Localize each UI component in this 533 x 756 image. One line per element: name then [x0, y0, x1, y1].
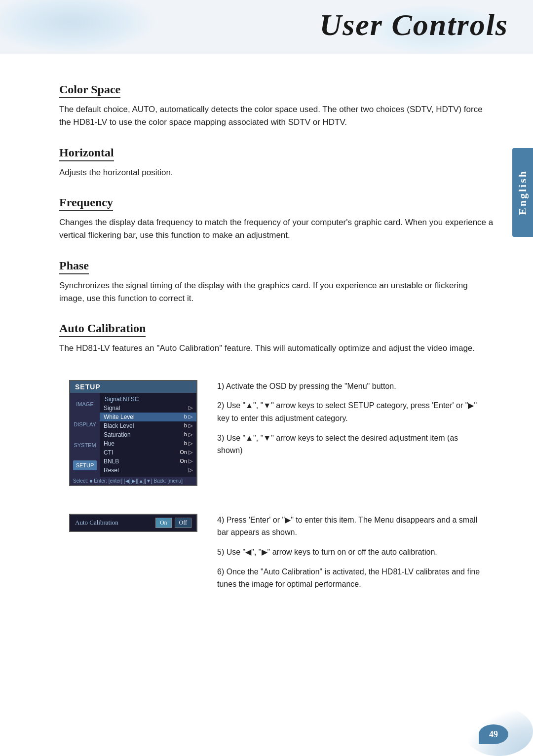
section-frequency: Frequency Changes the display data frequ… [59, 182, 494, 242]
auto-cal-bar: Auto Calibration On Off [69, 514, 197, 532]
osd-item-reset: Reset ▷ [100, 466, 196, 475]
osd-item-hue: Hue b ▷ [100, 439, 196, 448]
osd-item-value: b ▷ [184, 431, 192, 438]
page-header: User Controls [0, 0, 533, 54]
osd-item-saturation: Saturation b ▷ [100, 430, 196, 439]
step-2-text: 2) Use "▲", "▼" arrow keys to select SET… [217, 401, 477, 422]
osd-menu-title: SETUP [70, 381, 196, 393]
osd-item-value: ▷ [189, 467, 192, 474]
osd-bottom-bar: Select: ■ Enter: [enter] [◀][▶][▲][▼] Ba… [70, 477, 196, 485]
osd-item-value: b ▷ [184, 422, 192, 429]
step-1: 1) Activate the OSD by pressing the "Men… [217, 380, 484, 393]
osd-item-label: White Level [104, 414, 135, 420]
section-phase: Phase Synchronizes the signal timing of … [59, 245, 494, 305]
osd-diagram: SETUP IMAGE DISPLAY SYSTEM SETUP Signal:… [69, 380, 197, 496]
osd-section-upper: SETUP IMAGE DISPLAY SYSTEM SETUP Signal:… [59, 380, 494, 496]
auto-cal-buttons: On Off [155, 518, 191, 528]
auto-cal-off-button[interactable]: Off [175, 518, 191, 528]
step-2: 2) Use "▲", "▼" arrow keys to select SET… [217, 399, 484, 424]
lower-section: Auto Calibration On Off 4) Press 'Enter'… [59, 514, 494, 598]
main-content: Color Space The default choice, AUTO, au… [0, 54, 533, 617]
osd-main-menu: Signal:NTSC Signal ▷ White Level b ▷ Bla… [100, 393, 196, 477]
auto-cal-label: Auto Calibration [75, 519, 118, 527]
language-tab-label: English [516, 170, 529, 215]
heading-auto-calibration: Auto Calibration [59, 322, 146, 337]
osd-subtitle: Signal:NTSC [100, 395, 196, 404]
body-frequency: Changes the display data frequency to ma… [59, 216, 494, 242]
body-color-space: The default choice, AUTO, automatically … [59, 103, 494, 129]
osd-left-nav: IMAGE DISPLAY SYSTEM SETUP [70, 393, 100, 477]
osd-item-label: Saturation [104, 431, 131, 438]
auto-cal-diagram: Auto Calibration On Off [69, 514, 197, 532]
header-decor-left [0, 0, 158, 54]
step-1-text: 1) Activate the OSD by pressing the "Men… [217, 382, 396, 390]
osd-menu: SETUP IMAGE DISPLAY SYSTEM SETUP Signal:… [69, 380, 197, 486]
body-auto-calibration: The HD81-LV features an "Auto Calibratio… [59, 342, 494, 355]
osd-item-label: CTI [104, 449, 113, 456]
section-color-space: Color Space The default choice, AUTO, au… [59, 69, 494, 129]
heading-phase: Phase [59, 259, 89, 274]
step-5: 5) Use "◀", "▶" arrow keys to turn on or… [217, 546, 484, 559]
step-5-text: 5) Use "◀", "▶" arrow keys to turn on or… [217, 548, 437, 556]
osd-item-label: BNLB [104, 458, 119, 465]
osd-item-signal: Signal ▷ [100, 404, 196, 413]
osd-item-label: Reset [104, 467, 119, 474]
page-title: User Controls [319, 7, 508, 42]
body-phase: Synchronizes the signal timing of the di… [59, 279, 494, 305]
osd-item-value: b ▷ [184, 414, 192, 420]
step-6-text: 6) Once the "Auto Calibration" is activa… [217, 567, 480, 589]
step-6: 6) Once the "Auto Calibration" is activa… [217, 566, 484, 591]
osd-nav-image: IMAGE [75, 399, 94, 409]
page-number-badge: 49 [479, 724, 508, 744]
section-horizontal: Horizontal Adjusts the horizontal positi… [59, 132, 494, 179]
osd-item-value: b ▷ [184, 440, 192, 447]
steps-lower: 4) Press 'Enter' or "▶" to enter this it… [217, 514, 484, 598]
step-3: 3) Use "▲", "▼" arrow keys to select the… [217, 432, 484, 457]
heading-frequency: Frequency [59, 196, 113, 211]
step-4: 4) Press 'Enter' or "▶" to enter this it… [217, 514, 484, 539]
page-number: 49 [489, 729, 498, 740]
language-tab: English [512, 148, 533, 237]
osd-item-bnlb: BNLB On ▷ [100, 457, 196, 466]
heading-horizontal: Horizontal [59, 146, 114, 161]
heading-color-space: Color Space [59, 83, 120, 98]
osd-nav-display: DISPLAY [73, 419, 97, 429]
osd-nav-system: SYSTEM [73, 440, 97, 450]
osd-item-black-level: Black Level b ▷ [100, 421, 196, 430]
section-auto-calibration: Auto Calibration The HD81-LV features an… [59, 308, 494, 355]
osd-item-label: Black Level [104, 422, 134, 429]
osd-item-value: On ▷ [180, 449, 192, 456]
osd-item-value: ▷ [189, 405, 192, 412]
auto-cal-on-button[interactable]: On [155, 518, 172, 528]
osd-item-white-level: White Level b ▷ [100, 413, 196, 421]
osd-item-label: Hue [104, 440, 114, 447]
osd-item-label: Signal [104, 405, 120, 412]
step-3-text: 3) Use "▲", "▼" arrow keys to select the… [217, 434, 458, 455]
steps-upper: 1) Activate the OSD by pressing the "Men… [217, 380, 484, 464]
osd-item-cti: CTI On ▷ [100, 448, 196, 457]
osd-nav-setup: SETUP [73, 460, 97, 470]
step-4-text: 4) Press 'Enter' or "▶" to enter this it… [217, 516, 477, 537]
body-horizontal: Adjusts the horizontal position. [59, 166, 494, 179]
osd-item-value: On ▷ [180, 458, 192, 465]
